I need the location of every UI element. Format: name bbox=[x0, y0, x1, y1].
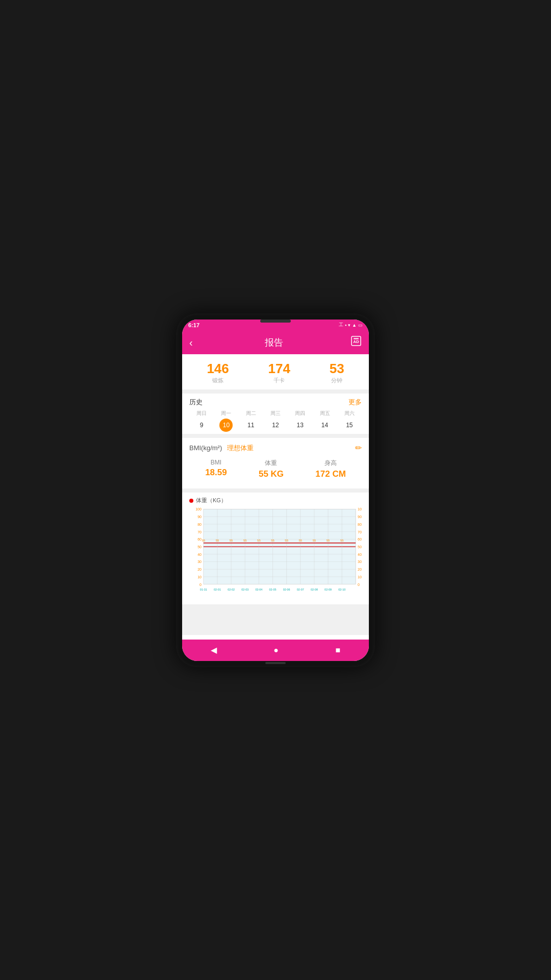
bmi-item-label: BMI bbox=[205, 459, 227, 466]
svg-text:50: 50 bbox=[358, 545, 362, 549]
svg-text:70: 70 bbox=[358, 530, 362, 534]
svg-text:55: 55 bbox=[271, 539, 274, 542]
bmi-title: BMI(kg/m²) bbox=[189, 444, 222, 452]
svg-text:70: 70 bbox=[197, 530, 202, 534]
svg-text:02-08: 02-08 bbox=[311, 588, 318, 591]
week-day-name: 周日 bbox=[189, 410, 214, 417]
bmi-header: BMI(kg/m²) 理想体重 ✏ bbox=[189, 443, 362, 453]
svg-text:30: 30 bbox=[197, 560, 202, 564]
bmi-values: BMI 18.59 体重 55 KG 身高 172 CM bbox=[189, 457, 362, 483]
week-day-item[interactable]: 周日 9 bbox=[189, 410, 214, 432]
bmi-item: 身高 172 CM bbox=[315, 459, 346, 479]
svg-text:90: 90 bbox=[358, 515, 362, 519]
svg-text:AD: AD bbox=[353, 339, 359, 344]
weight-chart: 100 90 80 70 60 50 40 30 20 10 0 100 90 bbox=[189, 506, 362, 598]
week-day-name: 周四 bbox=[288, 410, 312, 417]
svg-text:02-02: 02-02 bbox=[228, 588, 235, 591]
svg-text:50: 50 bbox=[197, 545, 202, 549]
svg-text:55: 55 bbox=[257, 539, 261, 542]
bmi-item: 体重 55 KG bbox=[259, 459, 284, 479]
week-day-number: 14 bbox=[318, 419, 332, 432]
week-day-item[interactable]: 周一 10 bbox=[214, 410, 238, 432]
week-day-number: 12 bbox=[269, 419, 282, 432]
svg-text:02-05: 02-05 bbox=[269, 588, 277, 591]
empty-space bbox=[182, 604, 369, 635]
more-button[interactable]: 更多 bbox=[348, 398, 362, 407]
svg-text:55: 55 bbox=[313, 539, 316, 542]
divider-2 bbox=[182, 434, 369, 438]
bmi-ideal-label: 理想体重 bbox=[227, 444, 254, 453]
minutes-label: 分钟 bbox=[330, 377, 344, 384]
bmi-title-group: BMI(kg/m²) 理想体重 bbox=[189, 444, 254, 453]
status-time: 6:17 bbox=[188, 322, 199, 328]
week-day-item[interactable]: 周四 13 bbox=[288, 410, 312, 432]
svg-text:80: 80 bbox=[197, 523, 202, 526]
bmi-item-value: 55 KG bbox=[259, 469, 284, 479]
svg-text:55: 55 bbox=[243, 539, 247, 542]
week-day-name: 周五 bbox=[312, 410, 337, 417]
week-day-number: 13 bbox=[293, 419, 307, 432]
svg-text:10: 10 bbox=[197, 575, 202, 579]
svg-text:40: 40 bbox=[197, 553, 202, 556]
week-day-name: 周二 bbox=[239, 410, 263, 417]
week-calendar: 周日 9 周一 10 周二 11 周三 12 周四 13 周五 14 周六 15 bbox=[189, 410, 362, 432]
bmi-item-label: 体重 bbox=[259, 459, 284, 468]
back-button[interactable]: ‹ bbox=[189, 337, 193, 348]
svg-text:30: 30 bbox=[358, 560, 362, 564]
svg-text:55: 55 bbox=[216, 539, 219, 542]
svg-text:02-09: 02-09 bbox=[324, 588, 332, 591]
week-day-name: 周六 bbox=[337, 410, 362, 417]
svg-text:55: 55 bbox=[340, 539, 344, 542]
svg-text:02-03: 02-03 bbox=[241, 588, 248, 591]
svg-text:60: 60 bbox=[197, 537, 202, 541]
history-header: 历史 更多 bbox=[189, 398, 362, 407]
page-title: 报告 bbox=[198, 336, 350, 349]
svg-text:55: 55 bbox=[202, 539, 206, 542]
week-day-item[interactable]: 周三 12 bbox=[263, 410, 288, 432]
calories-value: 174 bbox=[268, 361, 290, 376]
sd-icon: ▪ bbox=[345, 323, 346, 328]
exercise-label: 锻炼 bbox=[207, 377, 229, 384]
week-day-name: 周一 bbox=[214, 410, 238, 417]
stats-row: 146 锻炼 174 千卡 53 分钟 bbox=[182, 354, 369, 390]
svg-text:40: 40 bbox=[358, 553, 362, 556]
bmi-section: BMI(kg/m²) 理想体重 ✏ BMI 18.59 体重 55 KG 身高 … bbox=[182, 438, 369, 488]
chart-legend: 体重（KG） bbox=[189, 497, 362, 504]
svg-text:55: 55 bbox=[298, 539, 302, 542]
svg-text:60: 60 bbox=[358, 537, 362, 541]
week-day-number: 9 bbox=[195, 419, 208, 432]
stat-exercise: 146 锻炼 bbox=[207, 361, 229, 385]
week-day-item[interactable]: 周六 15 bbox=[337, 410, 362, 432]
week-day-number: 15 bbox=[343, 419, 356, 432]
stat-calories: 174 千卡 bbox=[268, 361, 290, 385]
exercise-value: 146 bbox=[207, 361, 229, 376]
divider-3 bbox=[182, 488, 369, 493]
bottom-nav: ◀ ● ■ bbox=[182, 640, 369, 661]
svg-text:55: 55 bbox=[327, 539, 330, 542]
ad-icon[interactable]: AD bbox=[350, 335, 362, 349]
svg-text:80: 80 bbox=[358, 523, 362, 526]
legend-dot bbox=[189, 499, 193, 503]
bmi-item-value: 172 CM bbox=[315, 469, 346, 479]
calories-label: 千卡 bbox=[268, 377, 290, 384]
edit-icon[interactable]: ✏ bbox=[355, 443, 362, 453]
week-day-item[interactable]: 周五 14 bbox=[312, 410, 337, 432]
week-day-name: 周三 bbox=[263, 410, 288, 417]
bmi-item-label: 身高 bbox=[315, 459, 346, 468]
nav-back-button[interactable]: ◀ bbox=[211, 645, 217, 655]
app-header: ‹ 报告 AD bbox=[182, 331, 369, 354]
nav-home-button[interactable]: ● bbox=[273, 646, 279, 655]
svg-text:100: 100 bbox=[358, 508, 362, 511]
nav-recent-button[interactable]: ■ bbox=[336, 646, 341, 655]
minutes-value: 53 bbox=[330, 361, 344, 376]
svg-text:20: 20 bbox=[197, 568, 202, 571]
stat-minutes: 53 分钟 bbox=[330, 361, 344, 385]
battery-icon: ▭ bbox=[358, 323, 363, 328]
wifi-icon: ▾ bbox=[348, 323, 350, 328]
bmi-item: BMI 18.59 bbox=[205, 459, 227, 479]
week-day-number: 11 bbox=[244, 419, 258, 432]
svg-text:55: 55 bbox=[285, 539, 288, 542]
svg-text:0: 0 bbox=[199, 583, 202, 586]
svg-text:90: 90 bbox=[197, 515, 202, 519]
week-day-item[interactable]: 周二 11 bbox=[239, 410, 263, 432]
